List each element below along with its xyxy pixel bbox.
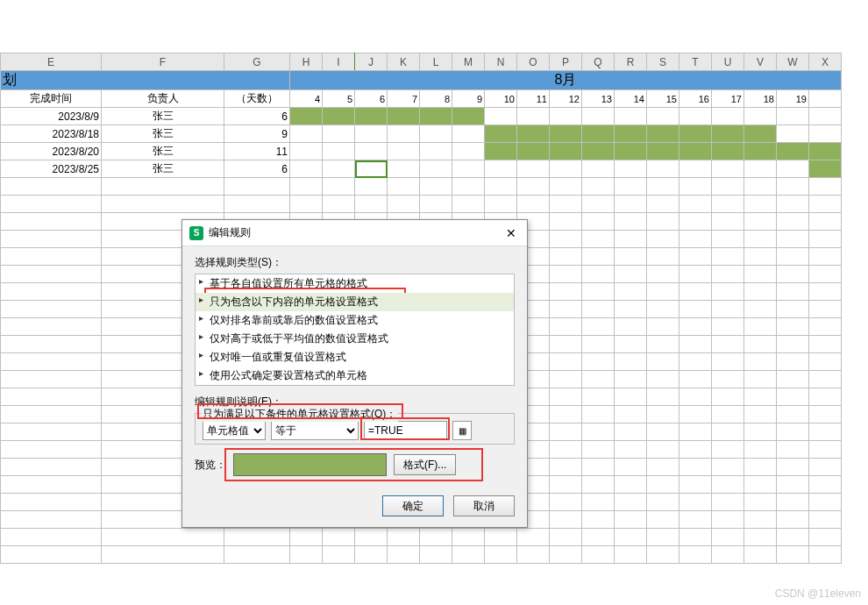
empty-cell[interactable] <box>1 371 102 388</box>
empty-cell[interactable] <box>582 371 615 388</box>
empty-cell[interactable] <box>647 336 679 353</box>
empty-cell[interactable] <box>712 336 744 353</box>
rule-type-item[interactable]: 仅对排名靠前或靠后的数值设置格式 <box>196 311 514 330</box>
gantt-cell[interactable] <box>355 143 388 160</box>
empty-cell[interactable] <box>615 388 647 406</box>
table-row[interactable]: 2023/8/25张三6 <box>1 160 842 178</box>
column-header[interactable]: R <box>615 53 647 71</box>
empty-cell[interactable] <box>679 546 712 564</box>
empty-cell[interactable] <box>712 178 744 196</box>
empty-cell[interactable] <box>647 318 679 336</box>
empty-cell[interactable] <box>744 196 777 213</box>
empty-cell[interactable] <box>290 178 323 196</box>
column-header[interactable]: N <box>485 53 517 71</box>
gantt-cell[interactable] <box>809 108 842 125</box>
empty-cell[interactable] <box>1 213 102 231</box>
rule-type-item[interactable]: 仅对唯一值或重复值设置格式 <box>196 348 514 367</box>
empty-cell[interactable] <box>679 231 712 248</box>
empty-cell[interactable] <box>777 231 809 248</box>
empty-cell[interactable] <box>550 406 582 424</box>
gantt-cell[interactable] <box>550 160 582 178</box>
empty-cell[interactable] <box>712 546 744 564</box>
column-header[interactable]: U <box>712 53 744 71</box>
empty-cell[interactable] <box>744 371 777 388</box>
empty-cell[interactable] <box>420 529 452 546</box>
empty-cell[interactable] <box>744 476 777 494</box>
column-header[interactable]: G <box>224 53 290 71</box>
empty-cell[interactable] <box>1 546 102 564</box>
empty-cell[interactable] <box>550 248 582 266</box>
empty-cell[interactable] <box>582 266 615 283</box>
gantt-cell[interactable] <box>744 125 777 143</box>
empty-cell[interactable] <box>712 283 744 301</box>
gantt-cell[interactable] <box>679 125 712 143</box>
empty-cell[interactable] <box>388 529 420 546</box>
empty-cell[interactable] <box>744 318 777 336</box>
empty-cell[interactable] <box>744 231 777 248</box>
empty-cell[interactable] <box>1 283 102 301</box>
empty-cell[interactable] <box>1 336 102 353</box>
empty-cell[interactable] <box>809 248 842 266</box>
empty-cell[interactable] <box>777 336 809 353</box>
gantt-cell[interactable] <box>744 160 777 178</box>
column-header[interactable]: H <box>290 53 323 71</box>
empty-cell[interactable] <box>777 248 809 266</box>
empty-cell[interactable] <box>355 196 388 213</box>
empty-cell[interactable] <box>615 248 647 266</box>
empty-cell[interactable] <box>615 231 647 248</box>
empty-cell[interactable] <box>777 371 809 388</box>
rule-type-item[interactable]: 仅对高于或低于平均值的数值设置格式 <box>196 330 514 348</box>
empty-cell[interactable] <box>485 178 517 196</box>
empty-cell[interactable] <box>550 476 582 494</box>
empty-cell[interactable] <box>679 476 712 494</box>
gantt-cell[interactable] <box>388 108 420 125</box>
empty-cell[interactable] <box>420 196 452 213</box>
column-header[interactable]: Q <box>582 53 615 71</box>
empty-cell[interactable] <box>550 318 582 336</box>
cond-operator-select[interactable]: 等于 <box>271 421 359 440</box>
cell-days[interactable]: 11 <box>224 143 290 160</box>
column-header[interactable]: E <box>1 53 102 71</box>
empty-cell[interactable] <box>809 441 842 459</box>
empty-cell[interactable] <box>744 266 777 283</box>
empty-cell[interactable] <box>809 178 842 196</box>
gantt-cell[interactable] <box>452 160 485 178</box>
gantt-cell[interactable] <box>290 125 323 143</box>
empty-cell[interactable] <box>1 318 102 336</box>
empty-cell[interactable] <box>647 196 679 213</box>
empty-cell[interactable] <box>712 424 744 441</box>
empty-cell[interactable] <box>679 441 712 459</box>
empty-cell[interactable] <box>809 283 842 301</box>
gantt-cell[interactable] <box>452 125 485 143</box>
empty-cell[interactable] <box>550 213 582 231</box>
empty-cell[interactable] <box>809 371 842 388</box>
column-header-row[interactable]: EFGHIJKLMNOPQRSTUVWX <box>1 53 842 71</box>
cell-owner[interactable]: 张三 <box>102 160 224 178</box>
column-header[interactable]: K <box>388 53 420 71</box>
empty-cell[interactable] <box>712 301 744 318</box>
empty-cell[interactable] <box>744 283 777 301</box>
gantt-cell[interactable] <box>388 143 420 160</box>
gantt-cell[interactable] <box>485 143 517 160</box>
empty-cell[interactable] <box>679 459 712 476</box>
gantt-cell[interactable] <box>647 143 679 160</box>
empty-cell[interactable] <box>388 196 420 213</box>
empty-cell[interactable] <box>647 424 679 441</box>
empty-cell[interactable] <box>290 529 323 546</box>
empty-cell[interactable] <box>777 196 809 213</box>
empty-cell[interactable] <box>452 529 485 546</box>
empty-cell[interactable] <box>809 476 842 494</box>
empty-cell[interactable] <box>777 301 809 318</box>
gantt-cell[interactable] <box>388 125 420 143</box>
empty-cell[interactable] <box>485 196 517 213</box>
cond-target-select[interactable]: 单元格值 <box>203 421 266 440</box>
gantt-cell[interactable] <box>323 108 355 125</box>
empty-cell[interactable] <box>517 529 550 546</box>
empty-cell[interactable] <box>582 283 615 301</box>
empty-cell[interactable] <box>777 283 809 301</box>
empty-cell[interactable] <box>582 213 615 231</box>
empty-cell[interactable] <box>1 231 102 248</box>
gantt-cell[interactable] <box>388 160 420 178</box>
gantt-cell[interactable] <box>323 143 355 160</box>
gantt-cell[interactable] <box>712 125 744 143</box>
